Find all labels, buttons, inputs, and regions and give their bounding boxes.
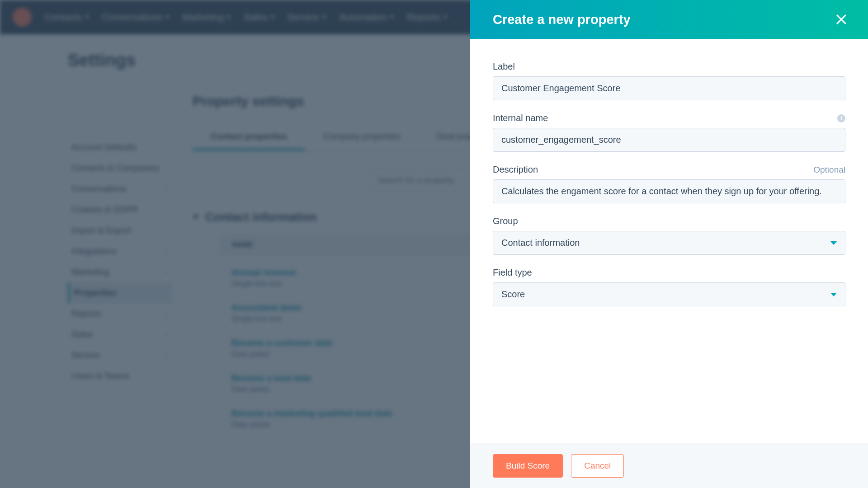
panel-body: Label Internal name i Description Option… <box>470 39 868 443</box>
panel-footer: Build Score Cancel <box>470 443 868 488</box>
description-label: Description <box>493 164 538 175</box>
field-type-select[interactable]: Score <box>493 282 845 306</box>
group-select-value: Contact information <box>501 238 580 248</box>
label-field-label: Label <box>493 61 515 72</box>
internal-name-input[interactable] <box>493 128 845 152</box>
close-icon[interactable] <box>834 12 849 27</box>
cancel-button[interactable]: Cancel <box>571 454 624 478</box>
info-icon[interactable]: i <box>837 114 845 122</box>
build-score-button[interactable]: Build Score <box>493 454 563 478</box>
description-input[interactable] <box>493 179 845 203</box>
internal-name-label: Internal name <box>493 113 548 123</box>
optional-tag: Optional <box>813 165 845 175</box>
chevron-down-icon <box>830 241 837 245</box>
chevron-down-icon <box>830 293 837 296</box>
create-property-panel: Create a new property Label Internal nam… <box>470 0 868 488</box>
field-type-select-value: Score <box>501 289 525 300</box>
panel-header: Create a new property <box>470 0 868 39</box>
field-type-label: Field type <box>493 267 532 278</box>
label-input[interactable] <box>493 76 845 100</box>
group-label: Group <box>493 216 518 226</box>
panel-title: Create a new property <box>493 12 631 27</box>
group-select[interactable]: Contact information <box>493 231 845 255</box>
